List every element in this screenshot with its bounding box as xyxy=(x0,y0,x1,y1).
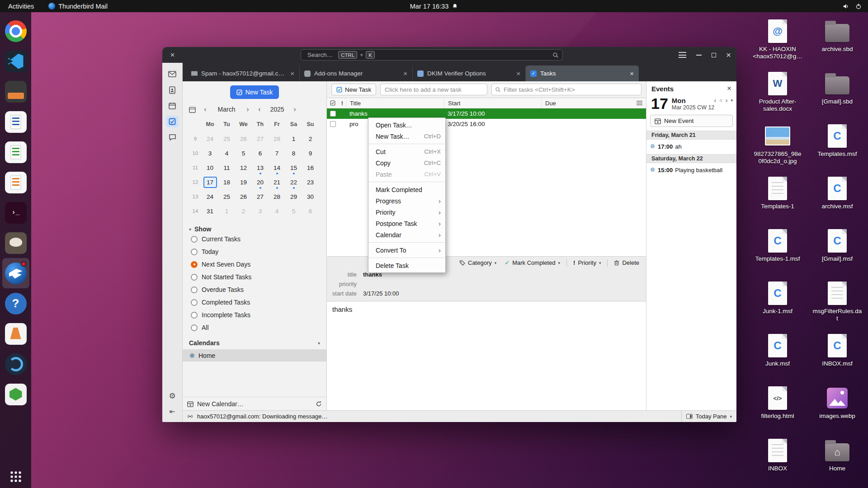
task-checkbox[interactable] xyxy=(330,111,336,117)
calendar-day-26[interactable]: 26 xyxy=(235,189,252,204)
tab-close-icon[interactable]: × xyxy=(289,70,296,77)
calendar-day-1[interactable]: 1 xyxy=(285,131,302,146)
calendar-day-5[interactable]: 5 xyxy=(235,146,252,160)
priority-button[interactable]: ! Priority ▾ xyxy=(570,258,604,267)
dock-item-help[interactable] xyxy=(2,288,29,319)
show-section-header[interactable]: ▾ Show xyxy=(189,225,320,233)
priority-column-header[interactable]: ! xyxy=(339,100,346,107)
new-calendar-row[interactable]: New Calendar… xyxy=(183,397,326,410)
calendar-day-14[interactable]: 14 xyxy=(269,160,285,175)
calendar-day-16[interactable]: 16 xyxy=(302,160,319,175)
settings-gear-icon[interactable]: ⚙ xyxy=(166,390,179,402)
desktop-icon-kk-haoxin-haox57012-g[interactable]: KK - HAOXIN <haox57012@g… xyxy=(752,18,803,70)
calendar-day-6[interactable]: 6 xyxy=(302,204,319,218)
next-day-icon[interactable]: › xyxy=(726,97,728,104)
calendar-day-25[interactable]: 25 xyxy=(218,189,235,204)
dock-item-calc[interactable] xyxy=(2,137,29,167)
desktop-icon-home[interactable]: Home xyxy=(812,437,863,488)
desktop-icon-gmail-sbd[interactable]: [Gmail].sbd xyxy=(812,70,863,123)
collapse-spaces-icon[interactable]: ⇤ xyxy=(166,406,179,418)
system-status-area[interactable] xyxy=(843,3,868,9)
show-option-next-seven-days[interactable]: Next Seven Days xyxy=(189,258,320,271)
dock-item-writer[interactable] xyxy=(2,107,29,137)
global-search-bar[interactable]: Search… CTRL + K xyxy=(301,49,563,61)
address-book-space-icon[interactable] xyxy=(166,84,179,96)
spaces-toolbar-close-icon[interactable]: × xyxy=(162,51,183,60)
dock-item-settings[interactable] xyxy=(2,349,29,379)
tab-add-ons-manager[interactable]: Add-ons Manager× xyxy=(300,66,413,81)
focused-app-menu[interactable]: Thunderbird Mail xyxy=(48,3,108,10)
title-column-header[interactable]: Title xyxy=(346,98,444,108)
show-option-all[interactable]: All xyxy=(189,321,320,334)
tab-spam-haox57012-gmail-com[interactable]: Spam - haox57012@gmail.com× xyxy=(187,66,300,81)
desktop-icon-gmail-msf[interactable]: [Gmail].msf xyxy=(812,228,863,280)
today-pane-toggle[interactable]: Today Pane ▾ xyxy=(681,411,736,422)
menu-item-priority[interactable]: Priority› xyxy=(368,206,445,218)
calendar-day-31[interactable]: 31 xyxy=(202,204,218,218)
dock-item-vlc[interactable] xyxy=(2,319,29,349)
completed-column-icon[interactable] xyxy=(327,100,339,106)
today-icon[interactable]: ○ xyxy=(719,98,722,103)
calendar-day-28[interactable]: 28 xyxy=(269,131,285,146)
show-option-today[interactable]: Today xyxy=(189,245,320,258)
tab-tasks[interactable]: Tasks× xyxy=(526,66,639,81)
desktop-icon-product-after-sales-docx[interactable]: Product After-sales.docx xyxy=(752,70,803,123)
menu-item-new-task[interactable]: New Task…Ctrl+D xyxy=(368,131,445,142)
show-apps-grid-icon[interactable] xyxy=(10,471,22,483)
desktop-icon-archive-msf[interactable]: archive.msf xyxy=(812,175,863,228)
calendar-day-20[interactable]: 20 xyxy=(252,175,269,189)
new-event-button[interactable]: New Event xyxy=(650,115,733,127)
calendar-day-2[interactable]: 2 xyxy=(302,131,319,146)
calendar-day-21[interactable]: 21 xyxy=(269,175,285,189)
category-button[interactable]: Category ▾ xyxy=(456,258,500,267)
start-column-header[interactable]: Start xyxy=(444,98,541,108)
desktop-icon-msgfilterrules-dat[interactable]: msgFilterRules.dat xyxy=(812,280,863,333)
show-option-not-started-tasks[interactable]: Not Started Tasks xyxy=(189,271,320,283)
calendar-day-11[interactable]: 11 xyxy=(218,160,235,175)
calendar-day-24[interactable]: 24 xyxy=(202,131,218,146)
calendar-day-7[interactable]: 7 xyxy=(269,146,285,160)
calendar-day-24[interactable]: 24 xyxy=(202,189,218,204)
prev-month-icon[interactable]: ‹ xyxy=(200,105,210,113)
calendar-day-3[interactable]: 3 xyxy=(202,146,218,160)
menu-item-cut[interactable]: CutCtrl+X xyxy=(368,146,445,157)
show-option-incomplete-tasks[interactable]: Incomplete Tasks xyxy=(189,309,320,321)
menu-item-progress[interactable]: Progress› xyxy=(368,195,445,206)
toolbar-new-task-button[interactable]: New Task xyxy=(331,84,376,95)
mark-completed-button[interactable]: ✓ Mark Completed ▾ xyxy=(501,258,563,267)
calendar-day-23[interactable]: 23 xyxy=(302,175,319,189)
menu-item-mark-completed[interactable]: Mark Completed xyxy=(368,184,445,195)
refresh-icon[interactable] xyxy=(316,401,322,407)
desktop-icon-inbox[interactable]: INBOX xyxy=(752,437,803,488)
calendar-item-home[interactable]: Home xyxy=(183,349,326,361)
activities-button[interactable]: Activities xyxy=(0,0,42,12)
calendar-day-8[interactable]: 8 xyxy=(285,146,302,160)
desktop-icon-templates-1[interactable]: Templates-1 xyxy=(752,175,803,228)
calendar-day-18[interactable]: 18 xyxy=(218,175,235,189)
chat-space-icon[interactable] xyxy=(166,131,179,143)
next-month-icon[interactable]: › xyxy=(243,105,253,113)
desktop-icon-templates-msf[interactable]: Templates.msf xyxy=(812,123,863,175)
calendar-day-5[interactable]: 5 xyxy=(285,204,302,218)
menu-item-calendar[interactable]: Calendar› xyxy=(368,229,445,240)
calendar-day-4[interactable]: 4 xyxy=(269,204,285,218)
filter-tasks-input[interactable] xyxy=(504,86,638,93)
task-checkbox[interactable] xyxy=(330,121,336,127)
tab-close-icon[interactable]: × xyxy=(402,70,409,77)
show-option-current-tasks[interactable]: Current Tasks xyxy=(189,233,320,245)
calendar-day-19[interactable]: 19 xyxy=(235,175,252,189)
desktop-icon-junk-1-msf[interactable]: Junk-1.msf xyxy=(752,280,803,333)
desktop-icon-9827327865-98e0f0dc2d-o-jpg[interactable]: 9827327865_98e0f0dc2d_o.jpg xyxy=(752,123,803,175)
menu-item-postpone-task[interactable]: Postpone Task› xyxy=(368,218,445,229)
task-description[interactable]: thanks xyxy=(327,301,646,410)
prev-year-icon[interactable]: ‹ xyxy=(255,105,264,113)
calendar-day-27[interactable]: 27 xyxy=(252,189,269,204)
menu-item-delete-task[interactable]: Delete Task xyxy=(368,260,445,271)
calendar-day-15[interactable]: 15 xyxy=(285,160,302,175)
filter-tasks-box[interactable] xyxy=(491,84,642,95)
mail-space-icon[interactable] xyxy=(166,68,179,80)
calendar-day-13[interactable]: 13 xyxy=(252,160,269,175)
dock-item-files[interactable] xyxy=(2,76,29,107)
menu-item-convert-to[interactable]: Convert To› xyxy=(368,244,445,256)
dock-item-terminal[interactable] xyxy=(2,197,29,228)
